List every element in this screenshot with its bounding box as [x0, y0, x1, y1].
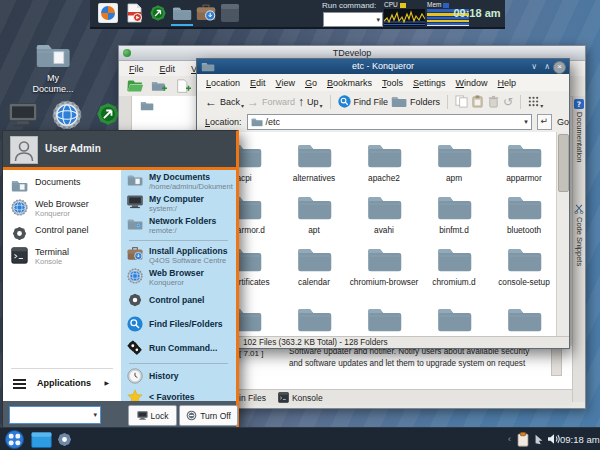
menu-item-applications[interactable]: Applications ▶: [3, 375, 121, 395]
find-file-label[interactable]: Find File: [354, 97, 389, 107]
folder-item[interactable]: calendar: [279, 244, 349, 288]
menu-edit[interactable]: Edit: [160, 64, 176, 74]
up-dropdown-icon[interactable]: ▾: [320, 102, 323, 109]
taskbar-clock[interactable]: 09:18 am: [560, 428, 598, 450]
folder-item[interactable]: chromium.d: [419, 244, 489, 288]
folder-item[interactable]: [489, 304, 559, 336]
tray-expand-icon[interactable]: ‹: [508, 428, 511, 450]
menu-help[interactable]: Help: [498, 78, 517, 88]
new-file-icon[interactable]: [175, 79, 192, 94]
tab-code-snippets[interactable]: Code Snippets: [575, 217, 584, 266]
tab-find-in-files[interactable]: in Files: [239, 393, 266, 403]
tab-documentation[interactable]: Documentation: [575, 112, 584, 162]
menu-location[interactable]: Location: [206, 78, 240, 88]
up-icon[interactable]: ↑: [298, 96, 304, 108]
menu-item-network-folders[interactable]: Network Folders remote:/: [121, 216, 236, 238]
folder-item[interactable]: chromium-browser: [349, 244, 419, 288]
copy-icon[interactable]: [455, 95, 468, 108]
up-label[interactable]: Up: [307, 97, 319, 107]
browser-launcher-icon[interactable]: [98, 3, 118, 23]
menu-item-my-computer[interactable]: My Computer system:/: [121, 194, 236, 216]
file-manager-launcher-icon[interactable]: [172, 3, 192, 23]
back-dropdown-icon[interactable]: ▾: [241, 102, 244, 109]
document-viewer-launcher-icon[interactable]: [124, 3, 144, 23]
forward-icon[interactable]: →: [247, 96, 259, 108]
menu-item-my-documents[interactable]: My Documents /home/adminu/Dokument: [121, 172, 236, 194]
menu-window[interactable]: Window: [456, 78, 488, 88]
close-button[interactable]: ×: [553, 61, 566, 74]
menu-item-history[interactable]: History: [121, 368, 236, 388]
clear-location-button[interactable]: ↵: [537, 114, 552, 130]
menu-search-input[interactable]: ▾: [9, 406, 101, 424]
menu-item-control-panel[interactable]: Control panel: [121, 292, 236, 312]
lock-button[interactable]: Lock: [128, 405, 177, 426]
view-dropdown-icon[interactable]: ▾: [540, 102, 543, 109]
menu-item-find-files[interactable]: Find Files/Folders: [121, 316, 236, 336]
cpu-monitor-applet[interactable]: CPU: [384, 1, 425, 26]
taskbar-window-button[interactable]: [31, 432, 52, 448]
open-project-icon[interactable]: [127, 79, 144, 93]
vertical-scrollbar[interactable]: [556, 132, 569, 336]
new-folder-icon[interactable]: [151, 79, 168, 94]
icon-view-icon[interactable]: [528, 96, 539, 107]
konqueror-titlebar[interactable]: etc - Konqueror ∨ ∧ ×: [197, 59, 569, 74]
location-input[interactable]: /etc ▾: [247, 114, 532, 130]
run-command-input[interactable]: ▾: [323, 12, 383, 27]
menu-edit[interactable]: Edit: [250, 78, 266, 88]
folder-item[interactable]: alternatives: [279, 140, 349, 184]
tray-volume-icon[interactable]: [547, 433, 561, 445]
menu-item-web-browser[interactable]: Web Browser Konqueror: [121, 268, 236, 290]
desktop-icon-computer[interactable]: [8, 102, 38, 128]
menu-settings[interactable]: Settings: [413, 78, 446, 88]
desktop-icon-my-documents[interactable]: My Docume...: [22, 40, 84, 95]
software-centre-launcher-icon[interactable]: [196, 3, 216, 23]
menu-tools[interactable]: Tools: [382, 78, 403, 88]
menu-bookmarks[interactable]: Bookmarks: [327, 78, 372, 88]
output-scrollbar[interactable]: [551, 347, 562, 376]
folder-icon[interactable]: [140, 100, 154, 111]
folders-icon[interactable]: [391, 95, 407, 108]
terminal-launcher-icon[interactable]: [220, 3, 240, 23]
folder-item[interactable]: bluetooth: [489, 192, 559, 236]
taskbar-gear-button[interactable]: [56, 431, 73, 448]
folder-item[interactable]: apache2: [349, 140, 419, 184]
folder-item[interactable]: apt: [279, 192, 349, 236]
folder-item[interactable]: [349, 304, 419, 336]
tray-clipboard-icon[interactable]: [517, 432, 529, 447]
folders-label[interactable]: Folders: [410, 97, 440, 107]
desktop-icon-konqueror-gear[interactable]: [52, 100, 82, 130]
folder-item[interactable]: apparmor: [489, 140, 559, 184]
undo-icon[interactable]: ↺: [503, 95, 513, 109]
folder-item[interactable]: apm: [419, 140, 489, 184]
folder-item[interactable]: avahi: [349, 192, 419, 236]
panel-clock[interactable]: 09:18 am: [450, 0, 504, 27]
folder-item[interactable]: [419, 304, 489, 336]
find-file-icon[interactable]: [338, 95, 351, 108]
folder-item[interactable]: binfmt.d: [419, 192, 489, 236]
menu-item-web-browser[interactable]: Web Browser Konqueror: [3, 198, 121, 220]
folder-item[interactable]: [279, 304, 349, 336]
back-icon[interactable]: ←: [205, 96, 217, 108]
minimize-button[interactable]: ∨: [531, 59, 537, 74]
go-label[interactable]: Go: [557, 117, 569, 127]
menu-file[interactable]: File: [129, 64, 144, 74]
paste-icon[interactable]: [471, 95, 484, 108]
trash-icon[interactable]: [487, 95, 500, 108]
forward-label[interactable]: Forward: [262, 97, 295, 107]
software-updater-launcher-icon[interactable]: [148, 3, 168, 23]
maximize-button[interactable]: ∧: [544, 59, 550, 74]
turn-off-button[interactable]: Turn Off: [179, 405, 238, 426]
start-button[interactable]: [5, 430, 24, 449]
scrollbar-thumb[interactable]: [558, 134, 569, 192]
menu-item-control-panel[interactable]: Control panel: [3, 224, 121, 246]
menu-item-documents[interactable]: Documents: [3, 176, 121, 198]
folder-item[interactable]: console-setup: [489, 244, 559, 288]
menu-view[interactable]: View: [276, 78, 295, 88]
back-label[interactable]: Back: [220, 97, 240, 107]
menu-item-install-applications[interactable]: Install Applications Q4OS Software Centr…: [121, 246, 236, 268]
tray-klipper-icon[interactable]: [533, 433, 545, 445]
tab-konsole[interactable]: Konsole: [292, 393, 323, 403]
menu-item-terminal[interactable]: Terminal Konsole: [3, 246, 121, 268]
menu-go[interactable]: Go: [305, 78, 317, 88]
menu-item-run-command[interactable]: Run Command...: [121, 340, 236, 360]
